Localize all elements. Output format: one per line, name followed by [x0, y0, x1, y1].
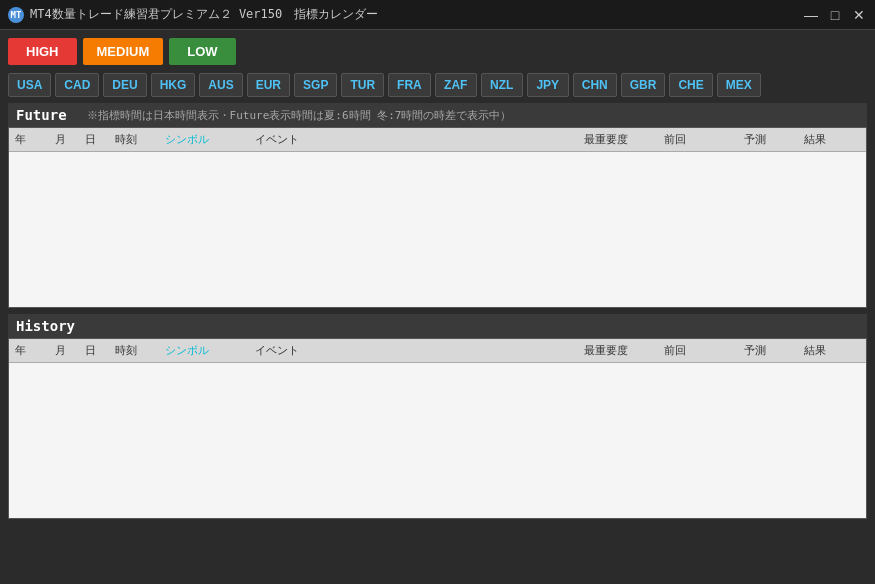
hist-col-importance: 最重要度: [582, 342, 662, 359]
currency-btn-hkg[interactable]: HKG: [151, 73, 196, 97]
hist-col-day: 日: [83, 342, 113, 359]
future-table-header: 年 月 日 時刻 シンボル イベント 最重要度 前回 予測 結果: [9, 128, 866, 152]
col-symbol: シンボル: [163, 131, 253, 148]
col-month: 月: [53, 131, 83, 148]
window-controls: — □ ✕: [803, 7, 867, 23]
high-button[interactable]: HIGH: [8, 38, 77, 65]
future-note: ※指標時間は日本時間表示・Future表示時間は夏:6時間 冬:7時間の時差で表…: [87, 108, 512, 123]
currency-btn-chn[interactable]: CHN: [573, 73, 617, 97]
hist-col-event: イベント: [253, 342, 582, 359]
window-title: MT4数量トレード練習君プレミアム２ Ver150 指標カレンダー: [30, 6, 378, 23]
col-day: 日: [83, 131, 113, 148]
currency-btn-jpy[interactable]: JPY: [527, 73, 569, 97]
currency-btn-fra[interactable]: FRA: [388, 73, 431, 97]
future-table-container: 年 月 日 時刻 シンボル イベント 最重要度 前回 予測 結果: [8, 127, 867, 308]
col-time: 時刻: [113, 131, 163, 148]
hist-col-year: 年: [13, 342, 53, 359]
hist-col-month: 月: [53, 342, 83, 359]
title-bar-left: MT MT4数量トレード練習君プレミアム２ Ver150 指標カレンダー: [8, 6, 378, 23]
history-section: History 年 月 日 時刻 シンボル イベント 最重要度 前回 予測 結果: [8, 314, 867, 519]
history-table-header: 年 月 日 時刻 シンボル イベント 最重要度 前回 予測 結果: [9, 339, 866, 363]
history-table-container: 年 月 日 時刻 シンボル イベント 最重要度 前回 予測 結果: [8, 338, 867, 519]
history-title: History: [16, 318, 75, 334]
priority-row: HIGH MEDIUM LOW: [8, 38, 867, 65]
currency-btn-che[interactable]: CHE: [669, 73, 712, 97]
minimize-button[interactable]: —: [803, 7, 819, 23]
future-title: Future: [16, 107, 67, 123]
currency-btn-sgp[interactable]: SGP: [294, 73, 337, 97]
low-button[interactable]: LOW: [169, 38, 235, 65]
hist-col-forecast: 予測: [742, 342, 802, 359]
history-section-header: History: [8, 314, 867, 338]
future-section-header: Future ※指標時間は日本時間表示・Future表示時間は夏:6時間 冬:7…: [8, 103, 867, 127]
currency-btn-mex[interactable]: MEX: [717, 73, 761, 97]
col-result: 結果: [802, 131, 862, 148]
app-icon: MT: [8, 7, 24, 23]
future-table-body: [9, 152, 866, 307]
hist-col-time: 時刻: [113, 342, 163, 359]
title-bar: MT MT4数量トレード練習君プレミアム２ Ver150 指標カレンダー — □…: [0, 0, 875, 30]
col-forecast: 予測: [742, 131, 802, 148]
currency-btn-zaf[interactable]: ZAF: [435, 73, 477, 97]
col-year: 年: [13, 131, 53, 148]
currency-btn-deu[interactable]: DEU: [103, 73, 146, 97]
currency-btn-usa[interactable]: USA: [8, 73, 51, 97]
currency-btn-aus[interactable]: AUS: [199, 73, 242, 97]
hist-col-symbol: シンボル: [163, 342, 253, 359]
hist-col-previous: 前回: [662, 342, 742, 359]
future-section: Future ※指標時間は日本時間表示・Future表示時間は夏:6時間 冬:7…: [8, 103, 867, 308]
currency-row: USACADDEUHKGAUSEURSGPTURFRAZAFNZLJPYCHNG…: [8, 73, 867, 97]
currency-btn-tur[interactable]: TUR: [341, 73, 384, 97]
col-event: イベント: [253, 131, 582, 148]
close-button[interactable]: ✕: [851, 7, 867, 23]
col-previous: 前回: [662, 131, 742, 148]
maximize-button[interactable]: □: [827, 7, 843, 23]
currency-btn-cad[interactable]: CAD: [55, 73, 99, 97]
history-table-body: [9, 363, 866, 518]
medium-button[interactable]: MEDIUM: [83, 38, 164, 65]
currency-btn-eur[interactable]: EUR: [247, 73, 290, 97]
currency-btn-gbr[interactable]: GBR: [621, 73, 666, 97]
hist-col-result: 結果: [802, 342, 862, 359]
col-importance: 最重要度: [582, 131, 662, 148]
currency-btn-nzl[interactable]: NZL: [481, 73, 523, 97]
main-content: HIGH MEDIUM LOW USACADDEUHKGAUSEURSGPTUR…: [0, 30, 875, 531]
